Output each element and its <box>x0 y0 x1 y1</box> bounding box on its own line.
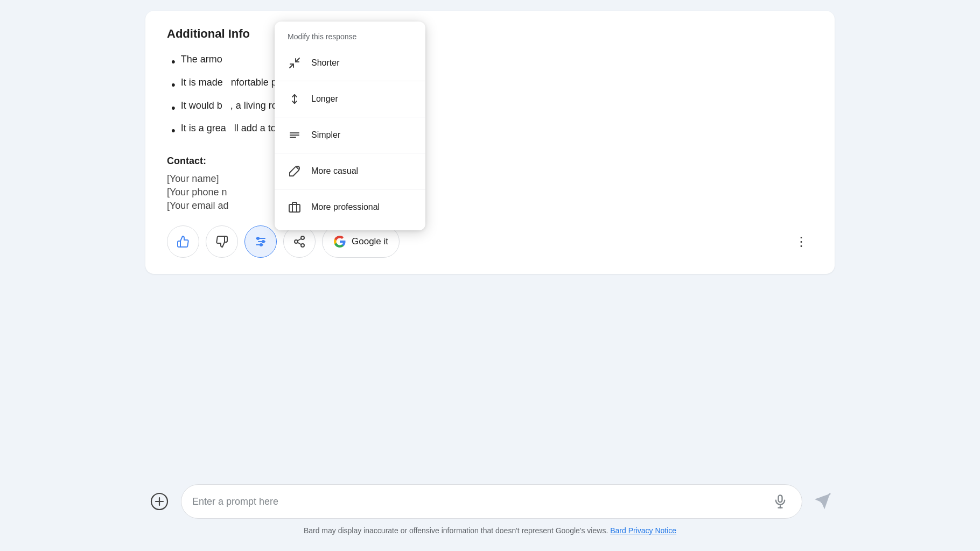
add-content-button[interactable] <box>145 488 173 515</box>
menu-item-more-casual-label: More casual <box>311 166 358 176</box>
thumbs-down-icon <box>215 235 228 248</box>
send-button[interactable] <box>810 489 835 514</box>
svg-line-10 <box>298 239 302 241</box>
menu-item-simpler-label: Simpler <box>311 130 340 140</box>
compress-icon <box>288 56 302 70</box>
menu-item-longer-label: Longer <box>311 94 338 104</box>
svg-point-4 <box>262 241 264 243</box>
list-icon <box>288 128 302 142</box>
list-item: It would b , a living room, or a bedroom… <box>167 97 813 120</box>
expand-icon <box>288 92 302 106</box>
menu-item-longer[interactable]: Longer <box>275 84 425 114</box>
send-icon <box>813 492 831 511</box>
sliders-icon <box>254 235 267 248</box>
share-icon <box>293 235 306 248</box>
list-item: The armo <box>167 51 813 74</box>
menu-item-shorter-label: Shorter <box>311 58 339 68</box>
google-it-button[interactable]: Google it <box>322 225 400 258</box>
menu-item-more-professional[interactable]: More professional <box>275 193 425 222</box>
svg-rect-18 <box>289 204 300 212</box>
menu-divider-1 <box>275 81 425 81</box>
google-it-label: Google it <box>352 236 388 247</box>
modify-response-button[interactable] <box>244 225 277 258</box>
menu-divider-3 <box>275 153 425 153</box>
bullet-list: The armo It is made nfortable padded sea… <box>167 51 813 143</box>
svg-line-12 <box>296 58 299 62</box>
disclaimer-text: Bard may display inaccurate or offensive… <box>304 526 676 535</box>
google-logo-icon <box>333 235 346 248</box>
paintbrush-icon <box>288 164 302 178</box>
list-item: It is a grea ll add a touch of vintage s… <box>167 119 813 143</box>
microphone-icon <box>773 494 788 509</box>
svg-line-17 <box>297 167 298 169</box>
context-menu: Modify this response Shorter <box>275 22 425 230</box>
action-bar: Google it ⋮ <box>167 225 813 258</box>
menu-item-more-casual[interactable]: More casual <box>275 157 425 186</box>
list-item: It is made nfortable padded seat. <box>167 74 813 97</box>
privacy-link[interactable]: Bard Privacy Notice <box>610 526 676 535</box>
menu-item-simpler[interactable]: Simpler <box>275 121 425 150</box>
svg-marker-26 <box>815 494 830 509</box>
share-button[interactable] <box>283 225 316 258</box>
svg-line-11 <box>290 64 293 68</box>
menu-item-shorter[interactable]: Shorter <box>275 48 425 77</box>
contact-phone: [Your phone n <box>167 186 813 199</box>
section-title-text: Additional Info <box>167 27 250 40</box>
svg-rect-22 <box>779 495 782 502</box>
more-dots-icon: ⋮ <box>795 234 808 249</box>
more-options-button[interactable]: ⋮ <box>789 230 813 253</box>
response-card: Additional Info The armo It is made nfor… <box>145 11 835 274</box>
section-title: Additional Info <box>167 27 813 41</box>
contact-title: Contact: <box>167 156 813 167</box>
thumbs-up-button[interactable] <box>167 225 199 258</box>
thumbs-down-button[interactable] <box>206 225 238 258</box>
context-menu-header: Modify this response <box>275 30 425 48</box>
contact-email: [Your email ad <box>167 199 813 213</box>
svg-point-5 <box>260 244 262 246</box>
prompt-input-container <box>181 484 802 519</box>
contact-name: [Your name] <box>167 172 813 186</box>
prompt-input[interactable] <box>192 496 769 507</box>
contact-section: Contact: [Your name] [Your phone n [Your… <box>167 156 813 213</box>
menu-item-more-professional-label: More professional <box>311 202 380 212</box>
svg-point-3 <box>257 237 259 239</box>
menu-divider-4 <box>275 189 425 189</box>
bottom-bar: Bard may display inaccurate or offensive… <box>113 474 867 551</box>
briefcase-icon <box>288 200 302 214</box>
svg-line-9 <box>298 243 302 245</box>
input-row <box>145 484 835 519</box>
menu-divider-2 <box>275 117 425 117</box>
thumbs-up-icon <box>177 235 190 248</box>
mic-button[interactable] <box>769 491 791 512</box>
plus-circle-icon <box>150 492 169 511</box>
